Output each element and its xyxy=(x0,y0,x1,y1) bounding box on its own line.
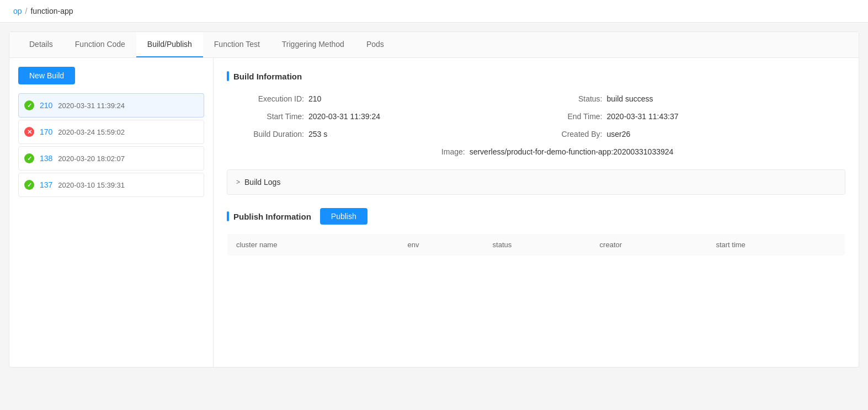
tab-function-test[interactable]: Function Test xyxy=(203,32,271,57)
status-error-icon: ✕ xyxy=(24,127,34,137)
build-id: 138 xyxy=(40,154,52,163)
start-time-item: Start Time: 2020-03-31 11:39:24 xyxy=(238,112,536,121)
col-creator: creator xyxy=(591,234,707,256)
main-container: Details Function Code Build/Publish Func… xyxy=(9,31,859,368)
end-time-item: End Time: 2020-03-31 11:43:37 xyxy=(536,112,835,121)
tab-pods[interactable]: Pods xyxy=(355,32,395,57)
execution-id-label: Execution ID: xyxy=(238,94,304,103)
build-info-title: Build Information xyxy=(227,71,845,81)
publish-section: Publish Information Publish cluster name… xyxy=(227,208,845,256)
build-item[interactable]: ✓ 137 2020-03-10 15:39:31 xyxy=(18,173,204,197)
tab-function-code[interactable]: Function Code xyxy=(64,32,136,57)
chevron-right-icon: > xyxy=(236,178,240,186)
build-logs-toggle[interactable]: > Build Logs xyxy=(227,170,845,194)
blue-bar-icon xyxy=(227,71,229,81)
start-time-label: Start Time: xyxy=(238,112,304,121)
col-env: env xyxy=(399,234,484,256)
build-date: 2020-03-20 18:02:07 xyxy=(58,155,125,163)
execution-id-item: Execution ID: 210 xyxy=(238,94,536,103)
col-start-time: start time xyxy=(707,234,845,256)
build-date: 2020-03-31 11:39:24 xyxy=(58,102,125,110)
tab-triggering-method[interactable]: Triggering Method xyxy=(271,32,355,57)
build-info-grid: Execution ID: 210 Status: build success … xyxy=(227,94,845,156)
status-value: build success xyxy=(607,94,653,103)
tab-details[interactable]: Details xyxy=(18,32,64,57)
right-panel: Build Information Execution ID: 210 Stat… xyxy=(214,58,859,367)
breadcrumb-link[interactable]: op xyxy=(13,7,22,15)
start-time-value: 2020-03-31 11:39:24 xyxy=(308,112,380,121)
build-id: 170 xyxy=(40,127,52,136)
left-panel: New Build ✓ 210 2020-03-31 11:39:24 ✕ 17… xyxy=(9,58,214,367)
breadcrumb-separator: / xyxy=(25,7,28,15)
status-success-icon: ✓ xyxy=(24,100,34,110)
publish-table: cluster name env status creator start ti… xyxy=(227,233,845,256)
build-id: 137 xyxy=(40,180,52,189)
build-id: 210 xyxy=(40,101,52,110)
build-logs-label: Build Logs xyxy=(244,178,280,187)
build-duration-item: Build Duration: 253 s xyxy=(238,130,536,139)
publish-info-label: Publish Information xyxy=(233,212,311,221)
build-date: 2020-03-24 15:59:02 xyxy=(58,128,125,136)
image-value: serverless/product-for-demo-function-app… xyxy=(470,147,674,156)
build-duration-label: Build Duration: xyxy=(238,130,304,139)
status-success-icon: ✓ xyxy=(24,153,34,163)
publish-button[interactable]: Publish xyxy=(320,208,368,225)
build-item[interactable]: ✓ 138 2020-03-20 18:02:07 xyxy=(18,146,204,171)
build-date: 2020-03-10 15:39:31 xyxy=(58,181,125,189)
image-item: Image: serverless/product-for-demo-funct… xyxy=(238,147,834,156)
col-cluster-name: cluster name xyxy=(227,234,399,256)
new-build-button[interactable]: New Build xyxy=(18,67,75,84)
end-time-label: End Time: xyxy=(536,112,603,121)
tab-bar: Details Function Code Build/Publish Func… xyxy=(9,32,859,58)
blue-bar-icon xyxy=(227,211,229,221)
end-time-value: 2020-03-31 11:43:37 xyxy=(607,112,679,121)
table-header-row: cluster name env status creator start ti… xyxy=(227,234,845,256)
col-status: status xyxy=(484,234,591,256)
created-by-item: Created By: user26 xyxy=(536,130,835,139)
created-by-value: user26 xyxy=(607,130,631,139)
image-label: Image: xyxy=(399,147,465,156)
build-list: ✓ 210 2020-03-31 11:39:24 ✕ 170 2020-03-… xyxy=(18,93,204,197)
publish-header: Publish Information Publish xyxy=(227,208,845,225)
build-item[interactable]: ✕ 170 2020-03-24 15:59:02 xyxy=(18,120,204,144)
breadcrumb: op / function-app xyxy=(0,0,868,23)
publish-info-title: Publish Information xyxy=(227,211,311,221)
status-item: Status: build success xyxy=(536,94,835,103)
created-by-label: Created By: xyxy=(536,130,603,139)
status-label: Status: xyxy=(536,94,603,103)
execution-id-value: 210 xyxy=(308,94,321,103)
tab-build-publish[interactable]: Build/Publish xyxy=(136,32,203,57)
build-logs-section: > Build Logs xyxy=(227,169,845,195)
breadcrumb-current: function-app xyxy=(30,7,73,15)
status-success-icon: ✓ xyxy=(24,180,34,190)
build-item[interactable]: ✓ 210 2020-03-31 11:39:24 xyxy=(18,93,204,118)
build-info-label: Build Information xyxy=(233,72,302,81)
content-area: New Build ✓ 210 2020-03-31 11:39:24 ✕ 17… xyxy=(9,58,859,367)
build-duration-value: 253 s xyxy=(308,130,327,139)
